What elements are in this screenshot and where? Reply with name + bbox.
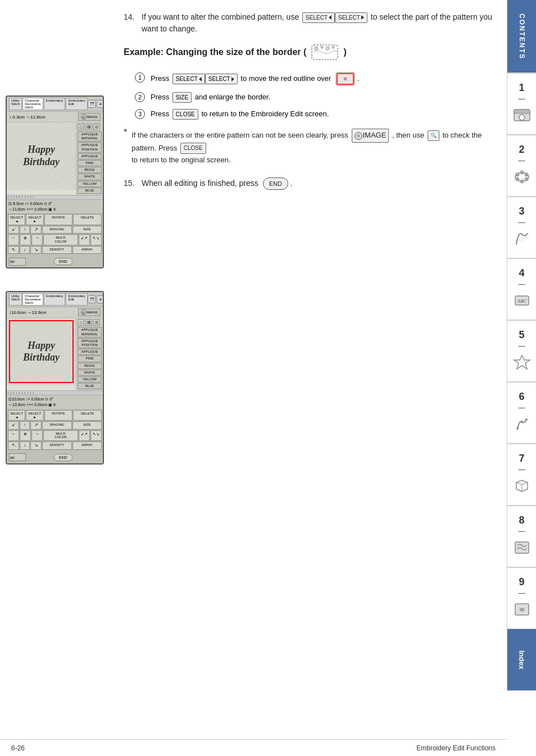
scale4-btn-2[interactable]: ↘ — [30, 441, 42, 450]
select-left-btn-2[interactable]: SELECT◄ — [8, 410, 25, 421]
size-btn-2[interactable]: SIZE — [72, 421, 102, 430]
utility-stitch-tab-2[interactable]: UtilityStitch — [9, 293, 22, 306]
size-btn-inline[interactable]: SIZE — [172, 92, 192, 103]
sub-step-2-content: Press SIZE and enlarge the border. — [151, 92, 270, 103]
image-button-1[interactable]: ⊙ IMAGE — [78, 113, 101, 121]
tilt2-btn-1[interactable]: ↖↘ — [90, 234, 102, 245]
tilt2-btn-2[interactable]: ↖↘ — [90, 430, 102, 441]
screen-ruler-2 — [7, 390, 103, 395]
density-btn-1[interactable]: DENSITY — [42, 246, 72, 254]
sidebar-tab-6[interactable]: 6 — — [507, 382, 536, 444]
left-btn-2[interactable]: ← — [8, 430, 19, 441]
select-right-btn-2[interactable]: SELECT► — [26, 410, 43, 421]
sidebar-tab-contents[interactable]: CONTENTS — [507, 0, 536, 73]
scale2-btn-1[interactable]: ↗ — [30, 226, 42, 234]
end-btn-1[interactable]: END — [54, 258, 72, 265]
sidebar-tab-8[interactable]: 8 — — [507, 505, 536, 567]
screen-icon-1: ⁇ — [88, 100, 96, 108]
yellow-btn-2[interactable]: YELLOW — [78, 376, 102, 382]
scale4-btn-1[interactable]: ↘ — [30, 246, 42, 254]
scale-btn-2[interactable]: ↙ — [8, 421, 19, 430]
sidebar-tab-4[interactable]: 4 — ABC — [507, 258, 536, 320]
embroidery-edit-tab[interactable]: EmbroideryEdit — [66, 98, 88, 110]
scale3-btn-1[interactable]: ↖ — [8, 246, 19, 254]
spacing-btn-1[interactable]: SPACING — [42, 226, 72, 234]
spacing-btn-2[interactable]: SPACING — [42, 421, 72, 430]
embroidery-tab[interactable]: Embroidery — [44, 98, 66, 110]
scale2-btn-2[interactable]: ↗ — [30, 421, 42, 430]
character-tab-2[interactable]: CharacterDecorativeStitch — [22, 293, 43, 306]
density-btn-2[interactable]: DENSITY — [42, 441, 72, 450]
step-14-num: 14. — [124, 12, 135, 21]
close-btn-inline-1[interactable]: CLOSE — [172, 109, 198, 120]
white-btn-2[interactable]: WHITE — [78, 370, 102, 376]
applique-btn-2[interactable]: APPLIQUE — [78, 349, 102, 355]
down-btn-2[interactable]: ↓ — [20, 441, 30, 450]
center-btn-2[interactable]: ⊕ — [20, 430, 31, 441]
rm3 — [13, 196, 14, 198]
sidebar-tab-9[interactable]: 9 — ✉ — [507, 567, 536, 629]
rotate-btn-1[interactable]: ROTATE — [44, 214, 73, 225]
sidebar-tab-3[interactable]: 3 — — [507, 197, 536, 258]
multi-color-btn-1[interactable]: MULTICOLOR — [43, 234, 78, 245]
select-left-btn-1[interactable]: SELECT◄ — [8, 214, 25, 225]
beige-btn-2[interactable]: BEIGE — [78, 363, 102, 369]
array-btn-2[interactable]: ARRAY — [72, 441, 102, 450]
tab-7-icon — [512, 476, 532, 496]
array-btn-1[interactable]: ARRAY — [72, 246, 102, 254]
end-btn-2[interactable]: END — [54, 454, 72, 461]
up-btn-1[interactable]: ↑ — [20, 226, 30, 234]
note-text-2: , then use — [392, 131, 424, 139]
right-btn-1[interactable]: → — [31, 234, 43, 245]
delete-btn-2[interactable]: DELETE — [73, 410, 102, 421]
multi-color-btn-2[interactable]: MULTICOLOR — [43, 430, 78, 441]
beige-btn[interactable]: BEIGE — [78, 167, 102, 173]
applique-position-btn[interactable]: APPLIQUEPOSITION — [78, 142, 102, 152]
pink-btn[interactable]: PINK — [78, 160, 102, 166]
end-circle-btn[interactable]: END — [263, 177, 288, 190]
select-right-sub1[interactable]: SELECT — [205, 74, 238, 84]
up-btn-2[interactable]: ↑ — [20, 421, 30, 430]
embroidery-tab-2[interactable]: Embroidery — [44, 293, 66, 306]
close-btn-note[interactable]: CLOSE — [180, 143, 206, 154]
white-btn[interactable]: WHITE — [78, 174, 102, 180]
sidebar-tab-1[interactable]: 1 — — [507, 73, 536, 135]
yellow-btn[interactable]: YELLOW — [78, 181, 102, 187]
pink-btn-2[interactable]: PINK — [78, 356, 102, 362]
image-button-2[interactable]: ⊙ IMAGE — [78, 308, 101, 316]
select-right-btn-1[interactable]: SELECT► — [26, 214, 43, 225]
center-btn-1[interactable]: ⊕ — [20, 234, 31, 245]
magnify-btn-note[interactable]: 🔍 — [428, 130, 439, 140]
image-circle-note: ⊙ — [355, 132, 362, 140]
rotate-btn-2[interactable]: ROTATE — [44, 410, 73, 421]
embroidery-edit-tab-2[interactable]: EmbroideryEdit — [66, 293, 88, 306]
applique-position-btn-2[interactable]: APPLIQUEPOSITION — [78, 338, 102, 348]
sidebar-tab-5[interactable]: 5 — — [507, 320, 536, 382]
character-tab[interactable]: CharacterDecorativeStitch — [22, 98, 43, 110]
blue-btn[interactable]: BLUE — [78, 188, 102, 194]
select-left-inline[interactable]: SELECT — [302, 12, 335, 23]
utility-stitch-tab[interactable]: UtilityStitch — [9, 98, 22, 110]
select-right-inline[interactable]: SELECT — [335, 12, 367, 23]
applique-material-btn-2[interactable]: APPLIQUEMATERIAL — [78, 327, 102, 337]
scale-btn-1[interactable]: ↙ — [8, 226, 19, 234]
left-panels: UtilityStitch CharacterDecorativeStitch … — [0, 0, 112, 739]
scale3-btn-2[interactable]: ↖ — [8, 441, 19, 450]
image-btn-note[interactable]: ⊙ IMAGE — [352, 129, 389, 143]
right-btn-2[interactable]: → — [31, 430, 43, 441]
sidebar-tab-2[interactable]: 2 — — [507, 135, 536, 197]
select-left-sub1[interactable]: SELECT — [172, 74, 205, 84]
applique-btn[interactable]: APPLIQUE — [78, 153, 102, 160]
down-btn-1[interactable]: ↓ — [20, 246, 30, 254]
delete-btn-1[interactable]: DELETE — [73, 214, 102, 225]
tab-8-number: 8 — [519, 515, 524, 525]
applique-material-btn[interactable]: APPLIQUEMATERIAL — [78, 131, 102, 142]
sidebar-tab-7[interactable]: 7 — — [507, 444, 536, 505]
size-btn-1[interactable]: SIZE — [72, 226, 102, 234]
arrow-left-sub1 — [199, 77, 202, 81]
sidebar-tab-index[interactable]: Index — [507, 629, 536, 691]
blue-btn-2[interactable]: BLUE — [78, 383, 102, 389]
tilt1-btn-1[interactable]: ↙↗ — [79, 234, 90, 245]
tilt1-btn-2[interactable]: ↙↗ — [79, 430, 90, 441]
left-btn-1[interactable]: ← — [8, 234, 19, 245]
